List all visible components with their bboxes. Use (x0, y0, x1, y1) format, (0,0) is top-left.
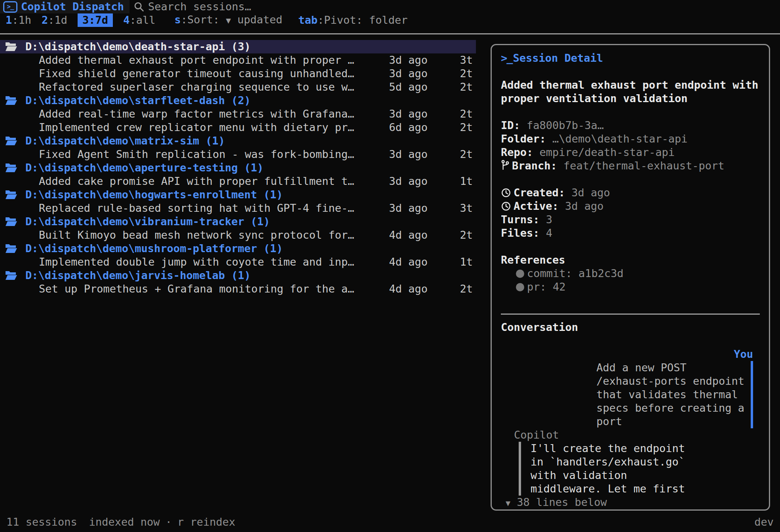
folder-icon-cell (0, 42, 25, 52)
session-turn-count: 3t (428, 201, 473, 215)
status-bar: 11 sessions indexed now · r reindex dev (0, 512, 780, 532)
session-updated: 4d ago (367, 228, 428, 242)
folder-row[interactable]: D:\dispatch\demo\starfleet-dash (2) (0, 94, 476, 107)
session-turn-count: 2t (428, 80, 473, 94)
stat-value: 4 (540, 227, 553, 239)
field-label: Folder: (501, 133, 546, 145)
session-updated: 5d ago (367, 80, 428, 94)
stat-created: Created: 3d ago (501, 186, 760, 200)
folder-path: D:\dispatch\demo\starfleet-dash (2) (25, 94, 251, 107)
app-brand: >_ Copilot Dispatch (0, 0, 129, 13)
filter-key: 1 (6, 14, 12, 26)
session-row[interactable]: Added real-time warp factor metrics with… (0, 107, 476, 121)
session-row[interactable]: Refactored superlaser charging sequence … (0, 80, 476, 94)
filter-tab-1d[interactable]: 2:1d (42, 13, 67, 27)
session-detail-panel: >_Session Detail Added thermal exhaust p… (491, 44, 770, 511)
panel-header: >_Session Detail (501, 51, 760, 65)
session-updated: 4d ago (367, 255, 428, 269)
env-badge: dev (754, 515, 774, 529)
session-title: Implemented double jump with coyote time… (39, 255, 367, 269)
session-row[interactable]: Set up Prometheus + Grafana monitoring f… (0, 282, 476, 296)
filter-tab-all[interactable]: 4:all (123, 13, 155, 27)
session-updated: 6d ago (367, 121, 428, 134)
sort-control[interactable]: s:Sort: ▼ updated (174, 13, 282, 27)
detail-session-title: Added thermal exhaust port endpoint with… (501, 78, 760, 105)
more-lines-indicator[interactable]: ▼ 38 lines below (501, 496, 760, 510)
field-label: ID: (501, 119, 520, 131)
reference-pr[interactable]: pr: 42 (501, 280, 760, 294)
stat-label: Turns: (501, 213, 540, 226)
field-id: ID: fa800b7b-3a… (501, 119, 760, 132)
session-turn-count: 2t (428, 107, 473, 121)
folder-row[interactable]: D:\dispatch\demo\mushroom-platformer (1) (0, 242, 476, 255)
folder-icon-cell (0, 217, 25, 227)
session-row[interactable]: Fixed Agent Smith replication - was fork… (0, 148, 476, 161)
folder-path: D:\dispatch\demo\jarvis-homelab (1) (25, 269, 251, 282)
sort-label: :Sort: (181, 13, 226, 26)
session-row[interactable]: Implemented crew replicator menu with di… (0, 121, 476, 134)
filter-key: 2 (42, 14, 48, 26)
bullet-icon (516, 270, 524, 278)
pivot-control[interactable]: tab:Pivot: folder (298, 13, 407, 27)
field-value: …\demo\death-star-api (546, 133, 688, 145)
folder-row[interactable]: D:\dispatch\demo\jarvis-homelab (1) (0, 269, 476, 282)
status-dot: · (166, 515, 172, 529)
reference-commit[interactable]: commit: a1b2c3d (501, 267, 760, 280)
field-label: Branch: (512, 160, 557, 172)
session-row[interactable]: Implemented double jump with coyote time… (0, 255, 476, 269)
folder-path: D:\dispatch\demo\aperture-testing (1) (25, 161, 263, 175)
filter-tab-1h[interactable]: 1:1h (6, 13, 31, 27)
session-updated: 3d ago (367, 67, 428, 80)
field-folder: Folder: …\demo\death-star-api (501, 132, 760, 146)
open-folder-icon (5, 217, 17, 227)
field-value: empire/death-star-api (533, 146, 675, 158)
conversation-heading: Conversation (501, 321, 760, 334)
folder-icon-cell (0, 163, 25, 173)
stat-label: Created: (514, 186, 565, 199)
clock-icon (501, 188, 511, 198)
session-title: Fixed Agent Smith replication - was fork… (39, 148, 367, 161)
session-title: Added thermal exhaust port endpoint with… (39, 53, 367, 67)
sort-key: s (174, 13, 181, 26)
folder-row[interactable]: D:\dispatch\demo\vibranium-tracker (1) (0, 215, 476, 228)
pivot-key: tab (298, 14, 318, 26)
bullet-icon (516, 283, 524, 291)
field-branch: Branch: feat/thermal-exhaust-port (501, 159, 760, 173)
folder-path: D:\dispatch\demo\matrix-sim (1) (25, 134, 225, 148)
app-title: Copilot Dispatch (21, 0, 124, 13)
session-row[interactable]: Fixed shield generator timeout causing u… (0, 67, 476, 80)
search-box[interactable]: Search sessions… (133, 0, 251, 13)
folder-row[interactable]: D:\dispatch\demo\death-star-api (3) (0, 40, 476, 53)
session-title: Refactored superlaser charging sequence … (39, 80, 367, 94)
pivot-label: :Pivot: folder (318, 14, 408, 26)
reindex-hint: r reindex (177, 515, 235, 529)
session-row[interactable]: Built Kimoyo bead mesh network sync prot… (0, 228, 476, 242)
session-updated: 3d ago (367, 201, 428, 215)
folder-row[interactable]: D:\dispatch\demo\hogwarts-enrollment (1) (0, 188, 476, 201)
session-row[interactable]: Added thermal exhaust port endpoint with… (0, 53, 476, 67)
stat-files: Files: 4 (501, 226, 760, 240)
terminal-icon: >_ (3, 1, 17, 13)
sort-value: updated (231, 13, 282, 26)
session-row[interactable]: Added cake promise API with proper fulfi… (0, 175, 476, 188)
assistant-quote-bar (519, 442, 521, 496)
folder-row[interactable]: D:\dispatch\demo\aperture-testing (1) (0, 161, 476, 175)
field-repo: Repo: empire/death-star-api (501, 146, 760, 159)
stat-value: 3d ago (565, 186, 610, 199)
field-value: feat/thermal-exhaust-port (557, 160, 725, 172)
folder-icon-cell (0, 243, 25, 254)
folder-row[interactable]: D:\dispatch\demo\matrix-sim (1) (0, 134, 476, 148)
filter-tab-7d[interactable]: 3:7d (78, 13, 113, 27)
session-turn-count: 2t (428, 67, 473, 80)
session-turn-count: 1t (428, 255, 473, 269)
folder-path: D:\dispatch\demo\vibranium-tracker (1) (25, 215, 270, 228)
folder-icon-cell (0, 270, 25, 281)
session-row[interactable]: Replaced rule-based sorting hat with GPT… (0, 201, 476, 215)
field-value: fa800b7b-3a… (520, 119, 604, 131)
search-placeholder: Search sessions… (148, 0, 251, 13)
more-lines-label: 38 lines below (510, 496, 607, 508)
session-updated: 3d ago (367, 53, 428, 67)
references-heading: References (501, 253, 760, 267)
assistant-message-text: I'll create the endpoint in `handlers/ex… (531, 442, 685, 496)
open-folder-icon (5, 190, 17, 200)
